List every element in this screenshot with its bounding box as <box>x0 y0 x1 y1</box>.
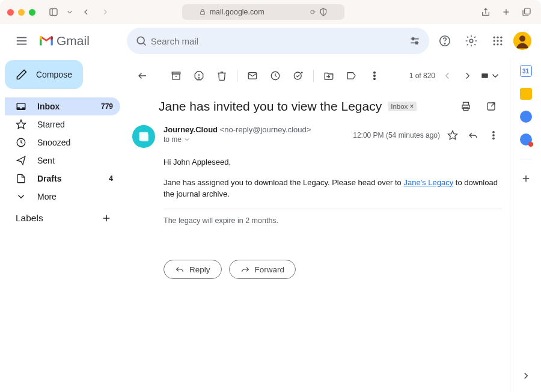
translate-icon[interactable]: ⟳ <box>310 8 316 16</box>
share-icon[interactable] <box>478 5 493 19</box>
reply-icon[interactable] <box>465 125 481 145</box>
svg-point-10 <box>137 37 144 44</box>
svg-rect-50 <box>481 73 488 78</box>
svg-rect-51 <box>463 102 469 105</box>
sender-avatar <box>132 125 155 148</box>
svg-point-47 <box>374 72 376 73</box>
labels-header: Labels <box>5 206 120 228</box>
to-line[interactable]: to me <box>164 135 311 144</box>
search-bar[interactable] <box>127 28 429 54</box>
inbox-chip[interactable]: Inbox× <box>388 102 417 111</box>
nav-inbox[interactable]: Inbox779 <box>5 97 120 115</box>
maximize-window-icon[interactable] <box>29 9 35 16</box>
star-message-icon[interactable] <box>445 125 460 145</box>
close-window-icon[interactable] <box>7 9 14 16</box>
svg-rect-57 <box>141 133 148 141</box>
snooze-icon[interactable] <box>265 66 286 86</box>
nav-sent[interactable]: Sent <box>5 152 120 170</box>
send-icon <box>16 155 26 166</box>
star-icon <box>16 119 26 130</box>
file-icon <box>16 173 26 184</box>
keep-app-icon[interactable] <box>520 88 532 100</box>
shield-icon[interactable] <box>319 8 328 16</box>
nav-back-icon[interactable] <box>79 5 93 19</box>
input-tools-icon[interactable] <box>480 66 501 86</box>
body-paragraph: Jane has assigned you to download the Le… <box>164 177 501 200</box>
nav-more[interactable]: More <box>5 188 120 206</box>
svg-point-43 <box>294 72 301 79</box>
svg-point-25 <box>494 43 495 45</box>
reply-bar: Reply Forward <box>164 260 501 279</box>
open-new-window-icon[interactable] <box>481 96 501 117</box>
mark-unread-icon[interactable] <box>242 66 263 86</box>
side-panel: 31 <box>510 58 541 392</box>
message-body: Hi John Appleseed, Jane has assigned you… <box>164 156 501 226</box>
labels-icon[interactable] <box>341 66 362 86</box>
more-icon[interactable] <box>364 66 385 86</box>
inbox-icon <box>16 101 26 112</box>
nav-drafts[interactable]: Drafts4 <box>5 170 120 188</box>
nav-snoozed[interactable]: Snoozed <box>5 133 120 152</box>
gmail-logo[interactable]: Gmail <box>38 33 90 49</box>
gmail-header: Gmail <box>0 24 541 58</box>
add-addon-icon[interactable] <box>520 173 532 185</box>
window-controls[interactable] <box>7 9 35 16</box>
move-to-icon[interactable] <box>319 66 339 86</box>
subject-row: Jane has invited you to view the Legacy … <box>159 96 501 117</box>
new-tab-icon[interactable] <box>499 5 513 19</box>
sidebar: Compose Inbox779 Starred Snoozed Sent Dr… <box>0 58 120 392</box>
settings-icon[interactable] <box>460 30 482 52</box>
svg-rect-2 <box>200 12 204 15</box>
tasks-app-icon[interactable] <box>520 111 532 123</box>
svg-line-55 <box>491 103 495 106</box>
main-content: 1 of 820 Jane has invited you to view th… <box>124 58 541 392</box>
archive-icon[interactable] <box>166 66 186 86</box>
print-icon[interactable] <box>456 96 476 117</box>
tune-icon[interactable] <box>409 35 421 47</box>
sidebar-toggle-icon[interactable] <box>46 5 61 19</box>
svg-marker-58 <box>448 131 457 139</box>
url-bar[interactable]: mail.google.com ⟳ <box>182 4 344 20</box>
svg-point-49 <box>374 78 376 80</box>
pencil-icon <box>16 69 28 81</box>
contacts-app-icon[interactable] <box>520 133 532 145</box>
add-task-icon[interactable] <box>288 66 308 86</box>
svg-point-19 <box>494 37 495 38</box>
spam-icon[interactable] <box>189 66 209 86</box>
chevron-down-icon[interactable] <box>66 5 74 19</box>
message: Journey.Cloud <no-reply@journey.cloud> t… <box>132 123 501 279</box>
remove-chip-icon[interactable]: × <box>409 102 414 111</box>
clock-icon <box>16 137 26 148</box>
svg-point-59 <box>493 132 494 133</box>
pagination-text: 1 of 820 <box>409 72 435 80</box>
legacy-link[interactable]: Jane's Legacy <box>403 178 453 187</box>
search-input[interactable] <box>151 36 405 46</box>
svg-point-48 <box>374 75 376 77</box>
calendar-app-icon[interactable]: 31 <box>520 65 532 77</box>
account-avatar[interactable] <box>513 32 531 50</box>
prev-page-icon[interactable] <box>439 66 456 86</box>
add-label-icon[interactable] <box>101 213 112 224</box>
main-menu-icon[interactable] <box>10 29 34 53</box>
nav-forward-icon[interactable] <box>98 5 112 19</box>
url-text: mail.google.com <box>210 8 264 16</box>
help-icon[interactable] <box>434 30 456 52</box>
reply-button[interactable]: Reply <box>164 260 222 279</box>
next-page-icon[interactable] <box>459 66 476 86</box>
forward-button[interactable]: Forward <box>229 260 296 279</box>
svg-rect-14 <box>412 38 414 40</box>
tabs-icon[interactable] <box>519 5 534 19</box>
apps-icon[interactable] <box>487 30 509 52</box>
delete-icon[interactable] <box>212 66 232 86</box>
browser-chrome: mail.google.com ⟳ <box>0 0 541 24</box>
svg-point-26 <box>497 43 498 45</box>
svg-point-17 <box>444 43 445 44</box>
back-to-inbox-icon[interactable] <box>132 66 153 86</box>
minimize-window-icon[interactable] <box>18 9 25 16</box>
compose-button[interactable]: Compose <box>5 60 83 89</box>
collapse-panel-icon[interactable] <box>516 366 536 386</box>
svg-point-24 <box>500 40 502 41</box>
nav-starred[interactable]: Starred <box>5 115 120 133</box>
svg-point-22 <box>494 40 495 41</box>
message-more-icon[interactable] <box>486 125 501 145</box>
